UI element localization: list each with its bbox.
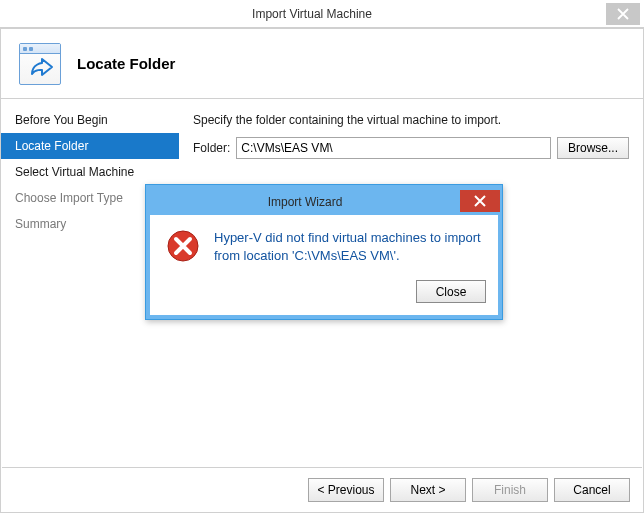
dialog-close-button[interactable] [460, 190, 500, 212]
folder-path-input[interactable] [236, 137, 551, 159]
sidebar-item-locate-folder[interactable]: Locate Folder [1, 133, 179, 159]
import-folder-icon [19, 43, 61, 85]
window-close-button[interactable] [606, 3, 640, 25]
window-title: Import Virtual Machine [20, 7, 604, 21]
wizard-header: Locate Folder [1, 29, 643, 99]
browse-button[interactable]: Browse... [557, 137, 629, 159]
close-icon [474, 195, 486, 207]
cancel-button[interactable]: Cancel [554, 478, 630, 502]
folder-label: Folder: [193, 141, 230, 155]
dialog-titlebar: Import Wizard [150, 189, 498, 215]
sidebar-item-before-you-begin[interactable]: Before You Begin [1, 107, 179, 133]
window-content: Locate Folder Before You Begin Locate Fo… [0, 28, 644, 513]
instruction-text: Specify the folder containing the virtua… [193, 113, 629, 127]
error-dialog: Import Wizard Hyper-V did not find virtu… [145, 184, 503, 320]
dialog-body: Hyper-V did not find virtual machines to… [150, 215, 498, 274]
sidebar-item-select-virtual-machine[interactable]: Select Virtual Machine [1, 159, 179, 185]
dialog-footer: Close [150, 274, 498, 315]
window-titlebar: Import Virtual Machine [0, 0, 644, 28]
dialog-message: Hyper-V did not find virtual machines to… [214, 229, 482, 264]
dialog-title: Import Wizard [150, 195, 460, 209]
page-title: Locate Folder [77, 55, 175, 72]
close-icon [617, 8, 629, 20]
wizard-footer: < Previous Next > Finish Cancel [2, 467, 642, 512]
folder-field-row: Folder: Browse... [193, 137, 629, 159]
finish-button: Finish [472, 478, 548, 502]
error-icon [166, 229, 200, 263]
dialog-ok-button[interactable]: Close [416, 280, 486, 303]
share-arrow-icon [28, 58, 54, 80]
previous-button[interactable]: < Previous [308, 478, 384, 502]
next-button[interactable]: Next > [390, 478, 466, 502]
